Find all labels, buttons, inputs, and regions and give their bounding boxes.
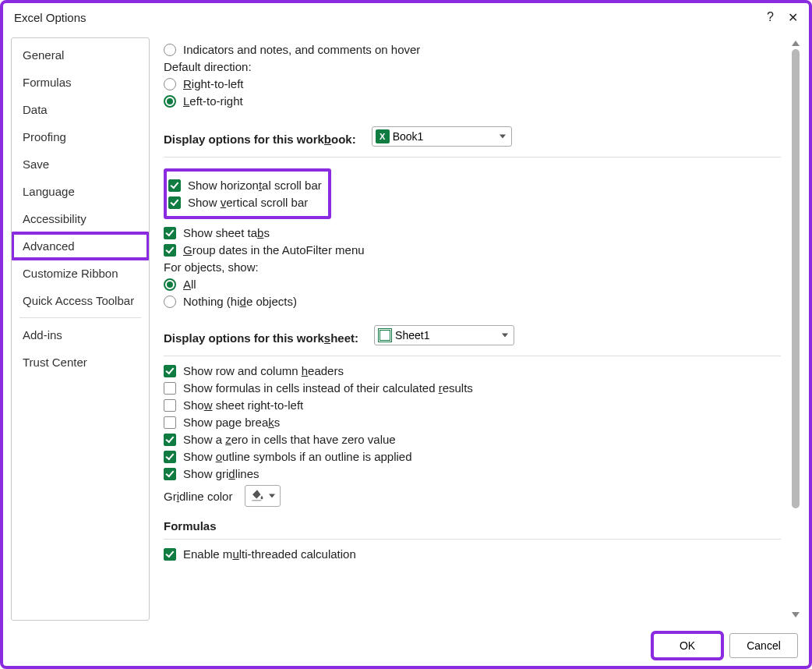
default-direction-label: Default direction:	[164, 60, 781, 73]
sidebar-item-customize-ribbon[interactable]: Customize Ribbon	[12, 260, 149, 287]
radio-rtl[interactable]	[164, 78, 176, 90]
sidebar-item-quick-access-toolbar[interactable]: Quick Access Toolbar	[12, 287, 149, 314]
section-worksheet-label: Display options for this worksheet:	[164, 331, 358, 345]
radio-indicators-hover[interactable]	[164, 44, 176, 56]
sidebar: GeneralFormulasDataProofingSaveLanguageA…	[11, 37, 150, 621]
radio-objects-all-label[interactable]: All	[183, 278, 196, 291]
checkbox-group-dates-label[interactable]: Group dates in the AutoFilter menu	[183, 243, 365, 257]
checkbox-v-scroll[interactable]	[168, 196, 181, 209]
radio-objects-nothing[interactable]	[164, 296, 176, 308]
checkbox-sheet-rtl-label[interactable]: Show sheet right-to-left	[183, 398, 303, 412]
checkbox-page-breaks[interactable]	[164, 416, 176, 429]
section-workbook-label: Display options for this workbook:	[164, 133, 356, 146]
scroll-up-icon[interactable]	[792, 41, 800, 46]
worksheet-dropdown[interactable]: Sheet1	[374, 325, 514, 345]
checkbox-zero-values[interactable]	[164, 434, 176, 446]
checkbox-gridlines[interactable]	[164, 468, 176, 480]
radio-objects-all[interactable]	[164, 278, 176, 291]
checkbox-group-dates[interactable]	[164, 244, 176, 257]
sidebar-item-add-ins[interactable]: Add-ins	[12, 321, 149, 349]
sidebar-item-accessibility[interactable]: Accessibility	[12, 205, 149, 232]
radio-ltr-label[interactable]: Left-to-right	[183, 94, 243, 108]
help-icon[interactable]: ?	[767, 10, 774, 24]
radio-indicators-hover-label[interactable]: Indicators and notes, and comments on ho…	[183, 43, 420, 56]
checkbox-h-scroll-label[interactable]: Show horizontal scroll bar	[188, 179, 322, 192]
svg-rect-0	[252, 500, 262, 501]
for-objects-label: For objects, show:	[164, 260, 781, 274]
gridline-color-label: Gridline color	[164, 490, 232, 503]
dialog-footer: OK Cancel	[653, 633, 798, 658]
scroll-down-icon[interactable]	[792, 612, 800, 618]
checkbox-multithread-label[interactable]: Enable multi-threaded calculation	[183, 547, 356, 561]
sidebar-item-data[interactable]: Data	[12, 96, 149, 123]
vertical-scrollbar[interactable]	[789, 37, 803, 621]
checkbox-outline-symbols[interactable]	[164, 451, 176, 463]
close-icon[interactable]: ✕	[788, 10, 798, 25]
radio-objects-nothing-label[interactable]: Nothing (hide objects)	[183, 295, 297, 308]
checkbox-row-col-headers-label[interactable]: Show row and column headers	[183, 364, 344, 377]
checkbox-show-formulas-label[interactable]: Show formulas in cells instead of their …	[183, 381, 473, 395]
checkbox-show-formulas[interactable]	[164, 382, 176, 395]
sidebar-item-proofing[interactable]: Proofing	[12, 123, 149, 150]
sidebar-item-trust-center[interactable]: Trust Center	[12, 349, 149, 376]
checkbox-gridlines-label[interactable]: Show gridlines	[183, 467, 259, 480]
checkbox-h-scroll[interactable]	[168, 179, 181, 192]
window-title: Excel Options	[14, 11, 86, 24]
checkbox-sheet-rtl[interactable]	[164, 399, 176, 412]
sidebar-item-formulas[interactable]: Formulas	[12, 69, 149, 96]
checkbox-sheet-tabs-label[interactable]: Show sheet tabs	[183, 226, 270, 239]
section-formulas-label: Formulas	[164, 519, 781, 533]
checkbox-sheet-tabs[interactable]	[164, 227, 176, 239]
radio-ltr[interactable]	[164, 95, 176, 108]
separator	[164, 356, 781, 356]
scrollbar-thumb[interactable]	[792, 49, 800, 508]
excel-options-window: Excel Options ? ✕ GeneralFormulasDataPro…	[0, 0, 812, 669]
checkbox-zero-values-label[interactable]: Show a zero in cells that have zero valu…	[183, 433, 396, 446]
ok-button[interactable]: OK	[653, 633, 722, 658]
sidebar-separator	[19, 317, 141, 318]
sidebar-item-save[interactable]: Save	[12, 150, 149, 178]
sidebar-item-general[interactable]: General	[12, 41, 149, 69]
excel-icon: X	[376, 129, 390, 143]
scrollbar-options-highlight: Show horizontal scroll bar Show vertical…	[164, 168, 331, 219]
separator	[164, 157, 781, 158]
checkbox-row-col-headers[interactable]	[164, 365, 176, 377]
workbook-dropdown-value: Book1	[393, 130, 424, 143]
worksheet-dropdown-value: Sheet1	[395, 329, 429, 342]
radio-rtl-label[interactable]: Right-to-left	[183, 77, 244, 90]
sidebar-item-language[interactable]: Language	[12, 178, 149, 205]
options-content: Indicators and notes, and comments on ho…	[164, 37, 789, 621]
sidebar-item-advanced[interactable]: Advanced	[12, 232, 149, 260]
workbook-dropdown[interactable]: X Book1	[372, 126, 512, 147]
titlebar: Excel Options ? ✕	[3, 3, 809, 31]
checkbox-outline-symbols-label[interactable]: Show outline symbols if an outline is ap…	[183, 450, 412, 463]
checkbox-page-breaks-label[interactable]: Show page breaks	[183, 416, 280, 429]
gridline-color-picker[interactable]	[245, 485, 281, 507]
cancel-button[interactable]: Cancel	[729, 633, 798, 658]
sheet-icon	[378, 328, 392, 342]
scrollbar-track[interactable]	[792, 49, 800, 609]
checkbox-v-scroll-label[interactable]: Show vertical scroll bar	[188, 196, 308, 209]
fill-bucket-icon	[250, 488, 264, 504]
checkbox-multithread[interactable]	[164, 548, 176, 561]
separator	[164, 539, 781, 540]
